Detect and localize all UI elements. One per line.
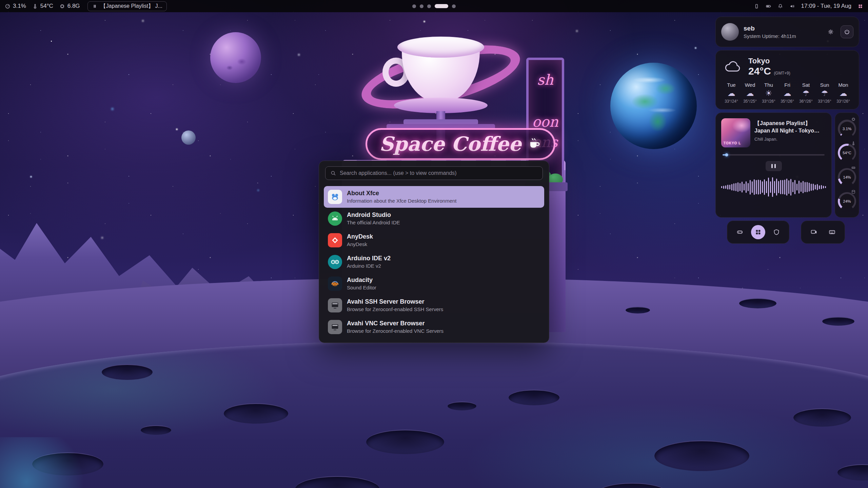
quick-button-screen[interactable] [807,225,821,239]
launcher-app-item[interactable]: Audacity Sound Editor [324,273,544,294]
music-subtitle: Chill Japan. [754,137,826,142]
forecast-day: Tue ☁ 33°/24° [723,82,740,104]
music-progress-bar[interactable] [723,154,825,156]
app-subtitle: Sound Editor [347,285,376,291]
search-input[interactable] [340,170,538,176]
volume-icon[interactable] [789,3,795,9]
forecast-temps: 35°/25° [743,99,757,104]
forecast-temps: 33°/24° [725,99,738,104]
cpu-indicator[interactable]: 3.1% [5,3,26,9]
waveform-bar [823,186,824,188]
quick-actions-left [727,221,789,244]
forecast-temps: 33°/26° [762,99,775,104]
quick-button-controller[interactable] [733,225,747,239]
waveform-bar [760,180,761,194]
app-list: About Xfce Information about the Xfce De… [324,186,544,338]
forecast-temps: 33°/26° [836,99,850,104]
app-icon [328,233,342,247]
app-texts: AnyDesk AnyDesk [347,233,373,248]
quick-button-apps[interactable] [751,225,765,239]
clock[interactable]: 17:09 - Tue, 19 Aug [801,3,851,9]
launcher-app-item[interactable]: Avahi VNC Server Browser Browse for Zero… [324,316,544,338]
crater [141,425,171,435]
waveform-bar [742,182,743,192]
quick-button-keyboard[interactable] [825,225,839,239]
launcher-app-item[interactable]: About Xfce Information about the Xfce De… [324,186,544,208]
thermometer-icon [32,3,38,9]
settings-button[interactable] [824,25,837,38]
gauge-ring: 24% [838,192,856,210]
workspace-switcher [412,4,456,8]
app-texts: Audacity Sound Editor [347,277,376,291]
launcher-app-item[interactable]: Avahi SSH Server Browser Browse for Zero… [324,294,544,316]
gear-icon [827,28,834,35]
launcher-app-item[interactable]: AnyDesk AnyDesk [324,229,544,251]
quick-button-shield[interactable] [769,225,784,239]
small-moon [181,130,196,145]
forecast-day: Fri ☁ 35°/26° [778,82,796,104]
gauge-value: 54°C [840,146,854,160]
forecast-day: Sun ☂ 33°/26° [816,82,833,104]
power-button[interactable] [841,25,853,38]
phone-icon[interactable] [754,3,760,9]
forecast-weather-icon: ☂ [821,89,828,97]
workspace-dot[interactable] [412,4,416,8]
forecast-weather-icon: ☁ [728,89,735,97]
forecast-day-label: Wed [745,82,755,88]
weather-header: Tokyo 24°C (GMT+9) [723,57,852,77]
waveform-bar [825,186,826,188]
waveform-bar [801,182,802,191]
pause-bar [774,164,776,168]
system-gauge: 24% [835,189,859,213]
user-actions [824,25,853,38]
forecast-temps: 35°/26° [781,99,794,104]
search-box[interactable] [325,166,543,180]
workspace-dot[interactable] [420,4,423,8]
temperature-indicator[interactable]: 54°C [32,3,53,9]
temperature-value: 54°C [40,3,53,9]
pause-icon [92,3,98,9]
topbar-left: 3.1% 54°C 6.8G 【Japanese Playlist】 J... [5,1,167,11]
launcher-app-item[interactable]: Arduino IDE v2 Arduino IDE v2 [324,251,544,273]
workspace-active[interactable] [435,4,448,8]
waveform-bar [786,179,787,196]
waveform-bar [744,184,745,190]
weather-temperature: 24°C (GMT+9) [748,65,790,77]
waveform-bar [807,182,808,192]
weather-temp-value: 24°C [748,65,771,77]
crater [739,298,776,308]
app-icon [328,320,342,334]
workspace-dot[interactable] [452,4,456,8]
forecast-weather-icon: ☂ [803,89,810,97]
user-avatar[interactable] [721,23,739,41]
waveform-bar [774,181,775,194]
album-art[interactable]: TOKYO L [721,118,750,147]
bell-icon[interactable] [777,3,783,9]
crater [509,390,559,405]
battery-icon[interactable] [766,3,771,9]
waveform-bar [778,181,779,193]
system-uptime: System Uptime: 4h11m [744,33,796,39]
sign-text: Space Coffee [379,133,521,156]
memory-indicator[interactable]: 6.8G [59,3,80,9]
coffee-cup-rim [397,37,484,58]
music-top: TOKYO L 【Japanese Playlist】 Japan All Ni… [721,118,826,147]
window-neon-text: sh [529,72,562,88]
forecast-day-label: Sat [802,82,810,88]
gauge-value: 24% [840,194,854,208]
gauge-icon [851,141,856,146]
app-title: Arduino IDE v2 [347,255,391,262]
pause-bar [771,164,773,168]
music-progress-handle[interactable] [725,154,728,157]
topbar-music-widget[interactable]: 【Japanese Playlist】 J... [87,1,167,11]
launcher-app-item[interactable]: Android Studio The official Android IDE [324,208,544,229]
apps-grid-icon[interactable] [857,3,863,9]
app-title: Audacity [347,277,376,284]
waveform-bar [756,180,757,194]
forecast-day: Sat ☂ 36°/26° [797,82,815,104]
quick-actions-row [715,221,859,244]
audio-waveform [721,176,826,198]
workspace-dot[interactable] [427,4,431,8]
pause-button[interactable] [766,161,782,171]
cloud-icon [723,60,742,74]
